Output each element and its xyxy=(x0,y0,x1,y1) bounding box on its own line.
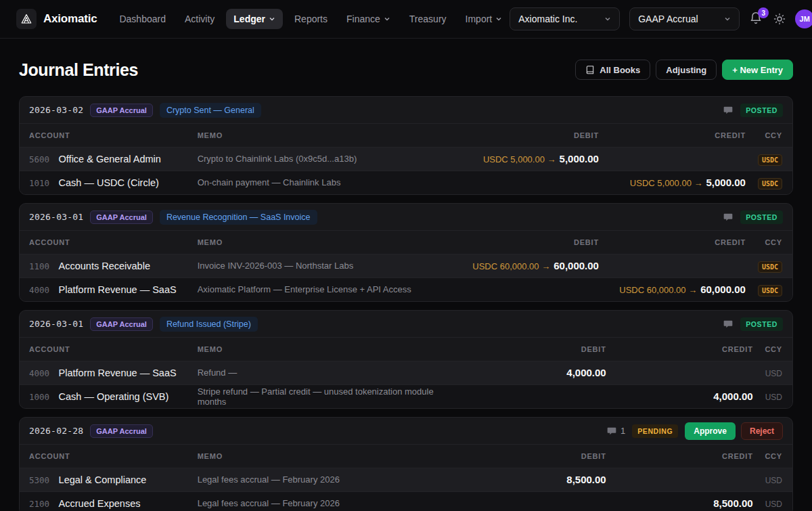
comments-button[interactable] xyxy=(723,212,734,223)
basis-badge: GAAP Accrual xyxy=(90,210,153,224)
journal-line-row[interactable]: 2100 Accrued Expenses Legal fees accrual… xyxy=(20,491,792,511)
memo-cell: Legal fees accrual — February 2026 xyxy=(198,491,459,511)
account-name: Cash — Operating (SVB) xyxy=(59,391,169,402)
doc-type-badge: Refund Issued (Stripe) xyxy=(160,317,258,332)
credit-cell: 4,000.00 xyxy=(606,384,753,408)
journal-entry-card: 2026-02-28 GAAP Accrual 1 PENDING Approv… xyxy=(19,417,793,511)
all-books-label: All Books xyxy=(600,65,640,75)
user-avatar[interactable]: JM xyxy=(795,9,812,28)
column-header-debit: DEBIT xyxy=(459,445,606,468)
comments-button[interactable] xyxy=(723,105,734,116)
page-header: Journal Entries All Books Adjusting + Ne… xyxy=(0,39,812,96)
debit-cell: USDC 60,000.00 →60,000.00 xyxy=(452,254,599,277)
status-badge: POSTED xyxy=(740,104,783,117)
nav-item-finance[interactable]: Finance xyxy=(339,9,398,29)
account-cell: 5300 Legal & Compliance xyxy=(20,468,198,491)
account-name: Accrued Expenses xyxy=(59,498,141,509)
account-number: 1100 xyxy=(29,261,49,271)
debit-amount: 8,500.00 xyxy=(566,474,606,485)
brand-name: Axiomatic xyxy=(43,12,97,26)
account-name: Cash — USDC (Circle) xyxy=(59,177,159,188)
currency-cell: USD xyxy=(753,361,792,384)
memo-cell: Refund — xyxy=(198,361,459,384)
account-number: 1010 xyxy=(29,178,49,188)
credit-cell xyxy=(606,361,753,384)
account-number: 4000 xyxy=(29,285,49,295)
account-number: 5600 xyxy=(29,154,49,164)
doc-type-badge: Revenue Recognition — SaaS Invoice xyxy=(160,210,317,225)
nav-item-ledger[interactable]: Ledger xyxy=(226,9,283,29)
comments-button[interactable] xyxy=(723,319,734,330)
entry-lines-table: ACCOUNT MEMO DEBIT CREDIT CCY 5600 Offic… xyxy=(20,124,792,194)
entity-select-value: Axiomatic Inc. xyxy=(518,14,577,24)
nav-item-treasury[interactable]: Treasury xyxy=(402,9,454,29)
column-header-credit: CREDIT xyxy=(599,231,746,254)
account-number: 4000 xyxy=(29,368,49,378)
nav-item-import[interactable]: Import xyxy=(458,9,510,29)
entity-select[interactable]: Axiomatic Inc. xyxy=(510,7,620,30)
column-header-debit: DEBIT xyxy=(459,338,606,361)
journal-line-row[interactable]: 5600 Office & General Admin Crypto to Ch… xyxy=(20,147,792,171)
comment-count: 1 xyxy=(621,426,625,436)
comments-button[interactable]: 1 xyxy=(606,426,625,437)
column-header-credit: CREDIT xyxy=(606,338,753,361)
top-nav: Axiomatic Dashboard Activity Ledger Repo… xyxy=(0,0,812,39)
approve-button[interactable]: Approve xyxy=(685,422,736,440)
entry-header: 2026-03-02 GAAP Accrual Crypto Sent — Ge… xyxy=(20,97,792,124)
journal-line-row[interactable]: 1100 Accounts Receivable Invoice INV-202… xyxy=(20,254,792,277)
journal-line-row[interactable]: 4000 Platform Revenue — SaaS Refund — 4,… xyxy=(20,361,792,384)
entry-date: 2026-02-28 xyxy=(29,426,83,436)
currency-value: USDC xyxy=(758,154,782,166)
credit-amount: 4,000.00 xyxy=(713,391,752,402)
nav-item-activity[interactable]: Activity xyxy=(177,9,222,29)
all-books-button[interactable]: All Books xyxy=(575,60,650,80)
column-header-ccy: CCY xyxy=(746,124,792,147)
theme-toggle-icon[interactable] xyxy=(773,13,786,25)
currency-cell: USDC xyxy=(746,171,792,194)
accounting-basis-select[interactable]: GAAP Accrual xyxy=(629,7,740,30)
entry-actions: Approve Reject xyxy=(685,422,783,440)
column-header-memo: MEMO xyxy=(198,338,459,361)
debit-cell: 8,500.00 xyxy=(459,468,606,491)
column-header-credit: CREDIT xyxy=(606,445,753,468)
currency-value: USD xyxy=(765,476,782,485)
table-header-row: ACCOUNT MEMO DEBIT CREDIT CCY xyxy=(20,124,792,147)
reject-button[interactable]: Reject xyxy=(741,422,783,440)
chevron-down-icon xyxy=(384,16,390,22)
account-name: Legal & Compliance xyxy=(59,474,147,485)
credit-amount: 8,500.00 xyxy=(713,497,752,509)
account-cell: 4000 Platform Revenue — SaaS xyxy=(20,277,198,301)
basis-badge: GAAP Accrual xyxy=(90,104,153,117)
notifications-button[interactable]: 3 xyxy=(749,12,764,26)
nav-item-reports[interactable]: Reports xyxy=(287,9,335,29)
status-badge: POSTED xyxy=(740,210,783,224)
debit-cell xyxy=(459,491,606,511)
comment-icon xyxy=(723,105,734,116)
journal-line-row[interactable]: 1010 Cash — USDC (Circle) On-chain payme… xyxy=(20,171,792,194)
journal-line-row[interactable]: 5300 Legal & Compliance Legal fees accru… xyxy=(20,468,792,491)
entry-lines-table: ACCOUNT MEMO DEBIT CREDIT CCY 4000 Platf… xyxy=(20,338,792,408)
status-badge: POSTED xyxy=(740,317,783,331)
chevron-down-icon xyxy=(495,16,502,22)
nav-item-finance-label: Finance xyxy=(346,14,380,24)
brand[interactable]: Axiomatic xyxy=(16,9,97,29)
currency-cell: USD xyxy=(753,491,792,511)
account-number: 1000 xyxy=(29,392,49,402)
nav-right: Axiomatic Inc. GAAP Accrual 3 JM James xyxy=(510,7,812,30)
entry-lines-table: ACCOUNT MEMO DEBIT CREDIT CCY 1100 Accou… xyxy=(20,231,792,301)
currency-value: USDC xyxy=(758,261,782,273)
notification-count-badge: 3 xyxy=(758,7,769,18)
basis-select-value: GAAP Accrual xyxy=(638,14,698,24)
journal-line-row[interactable]: 4000 Platform Revenue — SaaS Axiomatic P… xyxy=(20,277,792,301)
adjusting-button[interactable]: Adjusting xyxy=(656,60,717,80)
debit-fx-amount: USDC 5,000.00 → xyxy=(483,154,556,164)
table-header-row: ACCOUNT MEMO DEBIT CREDIT CCY xyxy=(20,445,792,468)
journal-line-row[interactable]: 1000 Cash — Operating (SVB) Stripe refun… xyxy=(20,384,792,408)
debit-cell xyxy=(452,277,599,301)
new-entry-button[interactable]: + New Entry xyxy=(722,60,793,80)
account-cell: 1100 Accounts Receivable xyxy=(20,254,198,277)
column-header-account: ACCOUNT xyxy=(20,338,198,361)
nav-item-dashboard[interactable]: Dashboard xyxy=(112,9,173,29)
brand-logo-icon xyxy=(16,9,37,29)
doc-type-badge: Crypto Sent — General xyxy=(160,103,261,118)
